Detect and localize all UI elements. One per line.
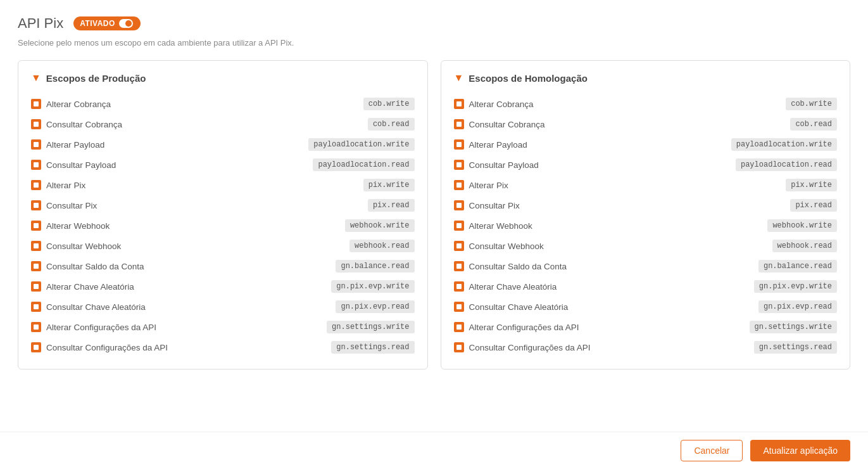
footer: Cancelar Atualizar aplicação: [0, 432, 868, 469]
scope-row: Consultar Configurações da APIgn.setting…: [31, 337, 415, 357]
scope-checkbox[interactable]: [454, 322, 464, 332]
scope-row: Consultar Cobrançacob.read: [454, 114, 838, 134]
scope-row: Consultar Saldo da Contagn.balance.read: [454, 256, 838, 276]
scope-badge: gn.settings.write: [750, 321, 837, 333]
filter-icon-homo: ▼: [454, 72, 464, 84]
scope-row: Alterar Webhookwebhook.write: [31, 215, 415, 236]
production-panel-header: ▼ Escopos de Produção: [31, 72, 415, 84]
homologation-panel-title: Escopos de Homologação: [469, 73, 588, 84]
cancel-button[interactable]: Cancelar: [681, 440, 743, 461]
scope-name: Consultar Payload: [46, 160, 116, 170]
subtitle: Selecione pelo menos um escopo em cada a…: [18, 38, 850, 48]
scope-name: Consultar Configurações da API: [469, 343, 591, 352]
scope-name: Consultar Cobrança: [469, 120, 545, 129]
scope-row: Consultar Chave Aleatóriagn.pix.evp.read: [31, 297, 415, 317]
scope-name: Consultar Pix: [46, 201, 97, 210]
scope-badge: webhook.read: [349, 240, 414, 252]
scope-badge: cob.write: [786, 98, 837, 110]
scope-badge: gn.pix.evp.read: [758, 300, 837, 313]
scope-name: Alterar Pix: [469, 181, 508, 190]
scope-badge: payloadlocation.read: [313, 158, 414, 171]
scope-badge: gn.pix.evp.write: [331, 280, 414, 293]
scope-row: Alterar Cobrançacob.write: [454, 94, 838, 114]
scope-checkbox[interactable]: [31, 160, 41, 170]
scope-row: Alterar Chave Aleatóriagn.pix.evp.write: [454, 276, 838, 297]
scope-row: Alterar Cobrançacob.write: [31, 94, 415, 114]
scope-name: Consultar Saldo da Conta: [46, 262, 144, 271]
scope-checkbox[interactable]: [31, 119, 41, 129]
scope-badge: payloadlocation.write: [731, 138, 837, 151]
scope-checkbox[interactable]: [454, 99, 464, 109]
scope-row: Consultar Chave Aleatóriagn.pix.evp.read: [454, 297, 838, 317]
scope-checkbox[interactable]: [31, 241, 41, 251]
scope-badge: webhook.read: [772, 240, 837, 252]
scope-checkbox[interactable]: [454, 261, 464, 271]
scope-row: Consultar Payloadpayloadlocation.read: [31, 155, 415, 175]
scope-name: Consultar Webhook: [46, 241, 121, 251]
scope-checkbox[interactable]: [454, 180, 464, 190]
scope-badge: cob.write: [363, 98, 415, 110]
scope-checkbox[interactable]: [454, 200, 464, 210]
scope-badge: pix.read: [368, 199, 415, 212]
scope-row: Consultar Webhookwebhook.read: [31, 236, 415, 256]
scope-badge: gn.settings.read: [331, 341, 414, 354]
scope-checkbox[interactable]: [454, 342, 464, 352]
scope-row: Alterar Payloadpayloadlocation.write: [31, 134, 415, 155]
scope-name: Consultar Cobrança: [46, 120, 122, 129]
scope-row: Consultar Payloadpayloadlocation.read: [454, 155, 838, 175]
scope-name: Alterar Payload: [46, 140, 104, 150]
scope-name: Consultar Configurações da API: [46, 343, 168, 352]
scope-checkbox[interactable]: [31, 281, 41, 292]
scope-name: Alterar Chave Aleatória: [469, 282, 557, 292]
scope-badge: payloadlocation.write: [308, 138, 414, 151]
scope-name: Alterar Chave Aleatória: [46, 282, 134, 292]
scope-row: Consultar Saldo da Contagn.balance.read: [31, 256, 415, 276]
scope-checkbox[interactable]: [454, 241, 464, 251]
page-container: API Pix ATIVADO Selecione pelo menos um …: [0, 0, 868, 469]
scope-badge: pix.read: [790, 199, 837, 212]
scope-badge: gn.pix.evp.read: [336, 300, 414, 313]
scope-checkbox[interactable]: [31, 302, 41, 312]
scope-checkbox[interactable]: [31, 200, 41, 210]
scope-checkbox[interactable]: [31, 221, 41, 231]
update-button[interactable]: Atualizar aplicação: [750, 440, 850, 461]
scope-checkbox[interactable]: [454, 160, 464, 170]
scope-checkbox[interactable]: [31, 139, 41, 150]
scope-checkbox[interactable]: [31, 99, 41, 109]
scope-checkbox[interactable]: [31, 261, 41, 271]
scope-row: Alterar Payloadpayloadlocation.write: [454, 134, 838, 155]
scope-checkbox[interactable]: [454, 302, 464, 312]
scope-name: Consultar Chave Aleatória: [46, 302, 146, 312]
scope-name: Alterar Configurações da API: [469, 323, 579, 332]
scope-checkbox[interactable]: [454, 119, 464, 129]
scope-name: Consultar Payload: [469, 160, 539, 170]
scope-checkbox[interactable]: [31, 180, 41, 190]
toggle-switch[interactable]: [119, 19, 133, 28]
scope-checkbox[interactable]: [31, 322, 41, 332]
page-header: API Pix ATIVADO: [18, 15, 850, 32]
scope-name: Consultar Saldo da Conta: [469, 262, 567, 271]
scope-checkbox[interactable]: [454, 139, 464, 150]
homologation-panel: ▼ Escopos de Homologação Alterar Cobranç…: [441, 60, 851, 369]
production-panel: ▼ Escopos de Produção Alterar Cobrançaco…: [18, 60, 428, 369]
filter-icon: ▼: [31, 72, 41, 84]
scope-name: Alterar Pix: [46, 181, 85, 190]
scope-badge: pix.write: [786, 179, 837, 191]
scope-name: Alterar Payload: [469, 140, 527, 150]
scope-badge: gn.balance.read: [336, 260, 414, 273]
scope-name: Alterar Cobrança: [469, 100, 534, 109]
scope-badge: pix.write: [363, 179, 415, 191]
scope-checkbox[interactable]: [454, 281, 464, 292]
scope-row: Alterar Configurações da APIgn.settings.…: [454, 317, 838, 337]
scope-badge: gn.settings.write: [327, 321, 414, 333]
scope-badge: gn.balance.read: [758, 260, 837, 273]
scope-name: Alterar Webhook: [46, 221, 110, 231]
toggle-badge[interactable]: ATIVADO: [73, 16, 141, 30]
scope-checkbox[interactable]: [454, 221, 464, 231]
scope-row: Consultar Cobrançacob.read: [31, 114, 415, 134]
scope-row: Alterar Webhookwebhook.write: [454, 215, 838, 236]
scope-row: Alterar Pixpix.write: [31, 175, 415, 195]
scope-row: Alterar Chave Aleatóriagn.pix.evp.write: [31, 276, 415, 297]
scope-checkbox[interactable]: [31, 342, 41, 352]
scope-name: Consultar Pix: [469, 201, 520, 210]
